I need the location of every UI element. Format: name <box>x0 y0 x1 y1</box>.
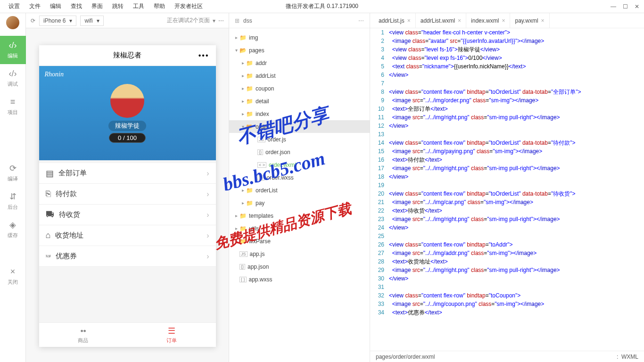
tree-orderList[interactable]: ▸📁orderList <box>229 184 370 197</box>
tab-订单[interactable]: ☰订单 <box>127 323 216 347</box>
tool-调试[interactable]: ‹/›调试 <box>0 64 26 92</box>
tree-order.wxss[interactable]: { }order.wxss <box>229 171 370 184</box>
tree-addrList[interactable]: ▸📁addrList <box>229 69 370 82</box>
editor-tab-index.wxml[interactable]: index.wxml× <box>466 13 510 28</box>
chevron-right-icon: › <box>206 231 209 240</box>
menu-设置[interactable]: 设置 <box>4 2 25 10</box>
left-sidebar: ‹/›编辑‹/›调试≡项目⟳编译⇵后台◈缓存×关闭 <box>0 13 26 362</box>
menu-编辑[interactable]: 编辑 <box>45 2 66 10</box>
line-number: 29 <box>370 266 389 274</box>
tree-templates[interactable]: ▸📁templates <box>229 209 370 222</box>
menu-界面[interactable]: 界面 <box>87 2 107 10</box>
exp-badge: 0 / 100 <box>109 133 146 143</box>
chevron-icon: ▸ <box>239 99 246 104</box>
menu-跳转[interactable]: 跳转 <box>107 2 128 10</box>
tool-icon: ⟳ <box>9 163 17 173</box>
folder-icon: 📁 <box>246 111 253 117</box>
line-number: 20 <box>370 189 389 198</box>
tree-app.js[interactable]: JSapp.js <box>229 247 370 260</box>
file-icon: JS <box>257 137 265 142</box>
tree-detail[interactable]: ▸📁detail <box>229 95 370 107</box>
menu-item-待收货[interactable]: ⛟待收货› <box>39 205 216 225</box>
file-icon: JS <box>239 251 248 257</box>
tree-wxParse[interactable]: ▸📁wxParse <box>229 235 370 247</box>
editor-tab-addrList.js[interactable]: addrList.js× <box>374 13 416 28</box>
line-number: 10 <box>370 105 389 113</box>
tree-pay[interactable]: ▸📁pay <box>229 197 370 209</box>
tool-项目[interactable]: ≡项目 <box>0 92 26 121</box>
close-tab-icon[interactable]: × <box>458 17 461 24</box>
line-number: 31 <box>370 283 389 291</box>
tree-order[interactable]: ▾📂order <box>229 120 370 133</box>
menu-item-待付款[interactable]: ⎘待付款› <box>39 184 216 205</box>
close-tab-icon[interactable]: × <box>407 17 411 24</box>
menu-icon: ⛟ <box>46 210 54 220</box>
debug-status[interactable]: 正在调试2个页面▾⋯ <box>167 16 224 25</box>
menu-查找[interactable]: 查找 <box>66 2 87 10</box>
panel-toggle-icon[interactable]: ⊞ <box>235 17 239 24</box>
panel-more-icon[interactable]: ⋯ <box>358 17 364 24</box>
line-number: 16 <box>370 156 389 164</box>
editor-tab-pay.wxml[interactable]: pay.wxml× <box>510 13 549 28</box>
tree-order.json[interactable]: {}order.json <box>229 146 370 158</box>
menu-item-收货地址[interactable]: ⌂收货地址› <box>39 225 216 246</box>
tool-关闭[interactable]: ×关闭 <box>0 262 26 290</box>
tree-addr[interactable]: ▸📁addr <box>229 57 370 69</box>
menu-帮助[interactable]: 帮助 <box>149 2 170 10</box>
menu-开发者社区[interactable]: 开发者社区 <box>170 2 207 10</box>
menu-文件[interactable]: 文件 <box>25 2 45 10</box>
network-select[interactable]: wifi▾ <box>80 16 103 26</box>
window-title: 微信开发者工具 0.17.171900 <box>286 2 358 10</box>
tree-utils[interactable]: ▸📁utils <box>229 222 370 235</box>
tool-编辑[interactable]: ‹/›编辑 <box>0 36 26 64</box>
tree-app.wxss[interactable]: { }app.wxss <box>229 273 370 286</box>
tab-icon: ⦁⦁ <box>80 326 86 336</box>
code-editor[interactable]: 1<view class="header flex-col h-center v… <box>370 28 644 351</box>
line-number: 13 <box>370 130 389 139</box>
folder-icon: 📁 <box>246 98 253 105</box>
line-number: 1 <box>370 28 389 37</box>
chevron-icon: ▸ <box>239 200 246 206</box>
menu-item-全部订单[interactable]: ▤全部订单› <box>39 163 216 184</box>
tree-index[interactable]: ▸📁index <box>229 107 370 120</box>
folder-icon: 📁 <box>239 225 247 232</box>
tree-coupon[interactable]: ▸📁coupon <box>229 82 370 95</box>
project-name: dss <box>243 17 358 24</box>
chevron-right-icon: › <box>206 211 209 219</box>
tree-app.json[interactable]: {}app.json <box>229 260 370 273</box>
tab-商品[interactable]: ⦁⦁商品 <box>39 323 128 347</box>
close-icon[interactable]: ✕ <box>635 3 639 10</box>
tree-order.wxml[interactable]: < >order.wxml <box>229 158 370 171</box>
tree-pages[interactable]: ▾📂pages <box>229 44 370 57</box>
folder-open-icon: 📂 <box>246 123 253 130</box>
editor-tab-addrList.wxml[interactable]: addrList.wxml× <box>416 13 466 28</box>
file-explorer: ⊞ dss ⋯ ▸📁img▾📂pages▸📁addr▸📁addrList▸📁co… <box>229 13 370 362</box>
close-tab-icon[interactable]: × <box>541 17 545 24</box>
user-avatar[interactable] <box>6 16 19 29</box>
tool-icon: ◈ <box>9 220 16 230</box>
line-number: 26 <box>370 240 389 249</box>
menu-工具[interactable]: 工具 <box>128 2 149 10</box>
tool-编译[interactable]: ⟳编译 <box>0 158 26 187</box>
menu-item-优惠券[interactable]: ⎃优惠券› <box>39 246 216 267</box>
minimize-icon[interactable]: — <box>611 3 616 10</box>
tool-icon: ≡ <box>10 97 16 107</box>
more-icon[interactable]: ••• <box>198 51 209 60</box>
device-select[interactable]: iPhone 6▾ <box>39 16 76 26</box>
chevron-icon: ▸ <box>239 73 246 78</box>
close-tab-icon[interactable]: × <box>502 17 505 24</box>
line-number: 34 <box>370 308 389 317</box>
line-number: 17 <box>370 164 389 173</box>
profile-avatar <box>110 84 144 118</box>
tool-缓存[interactable]: ◈缓存 <box>0 215 26 243</box>
menu-icon: ▤ <box>46 168 54 179</box>
refresh-icon[interactable]: ⟳ <box>31 17 35 24</box>
line-number: 22 <box>370 206 389 215</box>
maximize-icon[interactable]: ☐ <box>623 3 628 10</box>
profile-header: Rhonin 辣椒学徒 0 / 100 <box>39 66 216 160</box>
phone-simulator: 辣椒忍者 ••• Rhonin 辣椒学徒 0 / 100 ▤全部订单›⎘待付款›… <box>39 45 216 347</box>
tree-img[interactable]: ▸📁img <box>229 31 370 44</box>
tool-后台[interactable]: ⇵后台 <box>0 187 26 215</box>
chevron-icon: ▾ <box>233 48 239 53</box>
tree-order.js[interactable]: JSorder.js <box>229 133 370 146</box>
